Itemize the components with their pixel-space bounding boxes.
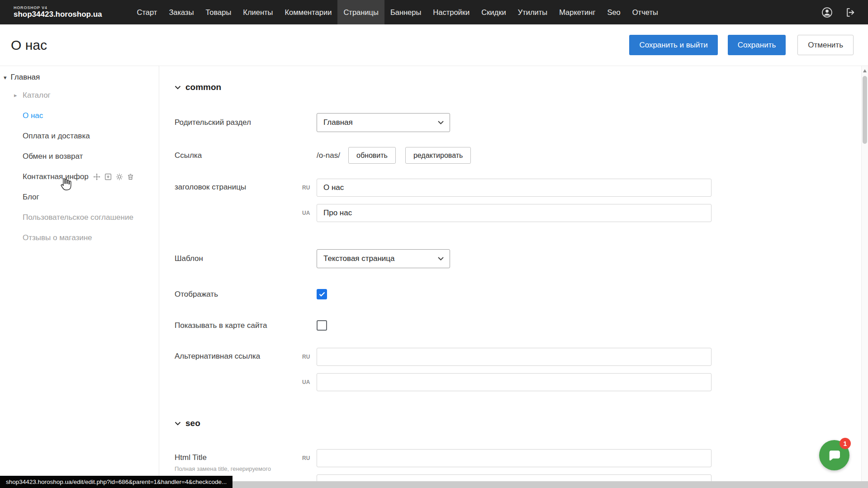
add-page-icon[interactable] [104, 173, 112, 181]
chevron-down-icon: ▾ [4, 74, 7, 81]
form-row-template: Шаблон Текстовая страница [175, 249, 868, 268]
html-title-ru-input[interactable] [317, 449, 711, 467]
tree-item-label: Оплата и доставка [23, 132, 90, 141]
tree-item-label: Главная [11, 73, 40, 82]
topbar-right [821, 6, 856, 19]
tree-item-label: Обмен и возврат [23, 152, 83, 161]
menu-item-comments[interactable]: Комментарии [279, 0, 337, 24]
tree-item-about[interactable]: О нас [0, 105, 159, 126]
menu-item-start[interactable]: Старт [131, 0, 163, 24]
link-refresh-button[interactable]: обновить [348, 147, 396, 164]
menu-item-banners[interactable]: Баннеры [384, 0, 427, 24]
tree-item-payment-delivery[interactable]: Оплата и доставка [0, 126, 159, 146]
tree-item-blog[interactable]: Блог [0, 187, 159, 207]
form-row-link: Ссылка /o-nas/ обновить редактировать [175, 147, 868, 164]
tree-item-label: О нас [23, 111, 43, 120]
cancel-button[interactable]: Отменить [797, 35, 854, 55]
lang-tag-ru: RU [302, 185, 310, 191]
field-label: Родительский раздел [175, 118, 302, 127]
field-label: заголовок страницы [175, 179, 302, 192]
tree-item-label: Пользовательское соглашение [23, 213, 133, 222]
brand-version: HOROSHOP V4 [14, 5, 102, 10]
link-path-value: /o-nas/ [317, 151, 340, 160]
tree-item-label: Контактная инфор [23, 172, 89, 181]
page-edit-form: common Родительский раздел Главная Ссылк… [159, 66, 868, 488]
tree-item-home[interactable]: ▾ Главная [0, 70, 159, 85]
tree-item-store-reviews[interactable]: Отзывы о магазине [0, 227, 159, 248]
field-hint: Полная замена title, генерируемого [175, 465, 302, 473]
field-label-block: Html Title Полная замена title, генериру… [175, 449, 302, 473]
scroll-up-arrow-icon[interactable] [863, 69, 867, 72]
save-and-exit-button[interactable]: Сохранить и выйти [629, 35, 717, 55]
section-title: seo [185, 418, 200, 428]
page-title-ua-input[interactable] [317, 204, 711, 222]
tree-item-label: Отзывы о магазине [23, 233, 92, 242]
tree-item-actions [93, 173, 134, 181]
tree-item-catalog[interactable]: ▸ Каталог [0, 85, 159, 105]
multilang-stack: RU UA [302, 348, 711, 391]
display-checkbox[interactable] [317, 289, 327, 299]
field-label: Шаблон [175, 254, 302, 263]
chat-bubble-icon [827, 448, 842, 463]
save-button[interactable]: Сохранить [728, 35, 786, 55]
page-title-ru-input[interactable] [317, 179, 711, 197]
menu-item-clients[interactable]: Клиенты [237, 0, 279, 24]
tree-item-label: Каталог [23, 91, 51, 100]
field-label: Html Title [175, 453, 302, 462]
chat-unread-badge: 1 [840, 438, 851, 449]
logout-icon[interactable] [845, 7, 856, 18]
tree-item-exchange-return[interactable]: Обмен и возврат [0, 146, 159, 166]
lang-tag-ua: UA [302, 379, 310, 385]
form-row-sitemap: Показывать в карте сайта [175, 320, 868, 331]
tree-item-user-agreement[interactable]: Пользовательское соглашение [0, 207, 159, 227]
section-title: common [185, 82, 221, 92]
header-actions: Сохранить и выйти Сохранить Отменить [629, 35, 854, 55]
chevron-down-icon [438, 121, 444, 124]
menu-item-products[interactable]: Товары [200, 0, 237, 24]
gear-icon[interactable] [115, 173, 123, 181]
section-common-toggle[interactable]: common [175, 81, 868, 93]
browser-status-url: shop34423.horoshop.ua/edit/edit.php?id=6… [0, 476, 232, 488]
menu-item-orders[interactable]: Заказы [163, 0, 199, 24]
lang-tag-ua: UA [302, 210, 310, 216]
tree-item-contact-info[interactable]: Контактная инфор [0, 166, 159, 187]
menu-item-reports[interactable]: Отчеты [626, 0, 664, 24]
field-label: Альтернативная ссылка [175, 348, 302, 361]
field-label: Показывать в карте сайта [175, 321, 302, 330]
form-row-parent-section: Родительский раздел Главная [175, 113, 868, 132]
form-row-display: Отображать [175, 289, 868, 299]
main-menu: Старт Заказы Товары Клиенты Комментарии … [131, 0, 664, 24]
select-value: Текстовая страница [323, 254, 438, 263]
chevron-down-icon [175, 422, 181, 426]
brand[interactable]: HOROSHOP V4 shop34423.horoshop.ua [14, 5, 102, 19]
alt-link-ru-input[interactable] [317, 348, 711, 366]
menu-item-pages[interactable]: Страницы [337, 0, 384, 24]
page-header: О нас Сохранить и выйти Сохранить Отмени… [0, 24, 868, 66]
tree-item-label: Блог [23, 193, 39, 202]
menu-item-discounts[interactable]: Скидки [475, 0, 512, 24]
multilang-stack: RU UA [302, 179, 711, 222]
field-label: Отображать [175, 290, 302, 299]
brand-domain: shop34423.horoshop.ua [14, 10, 102, 19]
alt-link-ua-input[interactable] [317, 373, 711, 391]
menu-item-utilities[interactable]: Утилиты [512, 0, 554, 24]
vertical-scrollbar[interactable] [861, 66, 868, 488]
trash-icon[interactable] [127, 173, 134, 181]
menu-item-seo[interactable]: Seo [601, 0, 626, 24]
template-select[interactable]: Текстовая страница [317, 249, 450, 268]
sitemap-checkbox[interactable] [317, 320, 327, 331]
chat-widget-button[interactable]: 1 [819, 440, 849, 470]
link-edit-button[interactable]: редактировать [405, 147, 471, 164]
pages-tree-sidebar: ▾ Главная ▸ Каталог О нас Оплата и доста… [0, 66, 159, 488]
select-value: Главная [323, 118, 438, 127]
field-label: Ссылка [175, 151, 302, 160]
lang-tag-ru: RU [302, 354, 310, 360]
form-row-page-title: заголовок страницы RU UA [175, 179, 868, 222]
section-seo-toggle[interactable]: seo [175, 417, 868, 429]
parent-section-select[interactable]: Главная [317, 113, 450, 132]
user-account-icon[interactable] [821, 6, 833, 19]
move-icon[interactable] [93, 173, 101, 181]
menu-item-marketing[interactable]: Маркетинг [553, 0, 601, 24]
scrollbar-thumb[interactable] [863, 76, 867, 144]
menu-item-settings[interactable]: Настройки [427, 0, 475, 24]
